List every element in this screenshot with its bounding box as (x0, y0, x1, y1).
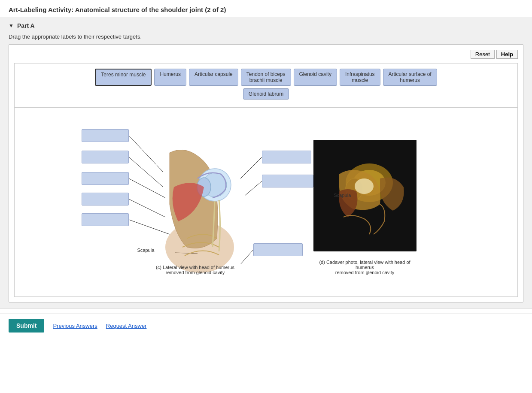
drop-box-left-5[interactable] (82, 213, 129, 226)
diagram-area: Scapula Scapula (c) Lateral view with he… (14, 108, 518, 297)
chip-articular-capsule[interactable]: Articular capsule (189, 69, 238, 86)
submit-button[interactable]: Submit (9, 319, 44, 333)
caption-d: (d) Cadaver photo, lateral view with hea… (313, 260, 416, 275)
action-bar: Submit Previous Answers Request Answer (0, 313, 532, 338)
activity-box: Reset Help Teres minor muscle Humerus Ar… (9, 44, 523, 302)
page-header: Art-Labeling Activity: Anatomical struct… (0, 0, 532, 18)
caption-c: (c) Lateral view with head of humerusrem… (146, 265, 245, 275)
chip-glenoid-cavity[interactable]: Glenoid cavity (294, 69, 337, 86)
chip-articular-surface[interactable]: Articular surface ofhumerus (383, 69, 437, 86)
chip-humerus[interactable]: Humerus (154, 69, 186, 86)
scapula-label-right: Scapula (334, 193, 351, 198)
drop-box-left-3[interactable] (82, 172, 129, 185)
part-label: Part A (17, 22, 35, 29)
drop-box-right-2[interactable] (262, 175, 313, 187)
drop-box-right-1[interactable] (262, 151, 311, 163)
diagram-container: Scapula Scapula (c) Lateral view with he… (73, 116, 459, 288)
chip-infraspinatus[interactable]: Infraspinatusmuscle (340, 69, 380, 86)
request-answer-button[interactable]: Request Answer (106, 323, 147, 329)
previous-answers-button[interactable]: Previous Answers (53, 323, 97, 329)
scapula-label-left: Scapula (137, 248, 155, 253)
chip-teres-minor[interactable]: Teres minor muscle (95, 69, 152, 86)
cadaver-svg (313, 140, 416, 251)
drop-box-left-2[interactable] (82, 151, 129, 163)
collapse-arrow-icon[interactable]: ▼ (9, 23, 14, 29)
part-section: ▼ Part A Drag the appropriate labels to … (0, 18, 532, 309)
help-button[interactable]: Help (496, 50, 518, 59)
drop-box-right-3[interactable] (253, 243, 303, 256)
drag-instruction: Drag the appropriate labels to their res… (9, 33, 523, 40)
drop-box-left-4[interactable] (82, 193, 129, 206)
svg-point-20 (355, 178, 374, 194)
label-chips-row-1: Teres minor muscle Humerus Articular cap… (20, 69, 512, 86)
chip-tendon-biceps[interactable]: Tendon of bicepsbrachii muscle (241, 69, 291, 86)
chip-glenoid-labrum[interactable]: Glenoid labrum (243, 88, 289, 100)
toolbar: Reset Help (14, 50, 518, 59)
drop-box-left-1[interactable] (82, 129, 129, 142)
reset-button[interactable]: Reset (471, 50, 495, 59)
label-chips-row-2: Glenoid labrum (20, 88, 512, 100)
labels-area: Teres minor muscle Humerus Articular cap… (14, 63, 518, 108)
part-header: ▼ Part A (9, 22, 523, 29)
page-title: Art-Labeling Activity: Anatomical struct… (9, 6, 523, 13)
cadaver-photo (313, 140, 416, 251)
